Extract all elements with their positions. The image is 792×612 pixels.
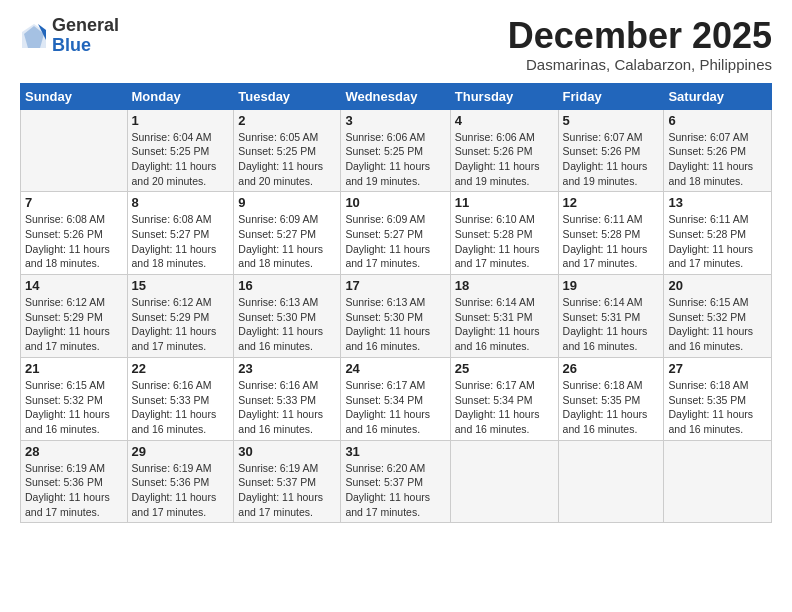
day-info: Sunrise: 6:11 AM Sunset: 5:28 PM Dayligh… [563, 212, 660, 271]
title-area: December 2025 Dasmarinas, Calabarzon, Ph… [508, 16, 772, 73]
day-info: Sunrise: 6:15 AM Sunset: 5:32 PM Dayligh… [668, 295, 767, 354]
day-cell: 17Sunrise: 6:13 AM Sunset: 5:30 PM Dayli… [341, 275, 450, 358]
logo-blue-text: Blue [52, 36, 119, 56]
day-number: 14 [25, 278, 123, 293]
month-title: December 2025 [508, 16, 772, 56]
day-number: 7 [25, 195, 123, 210]
day-info: Sunrise: 6:16 AM Sunset: 5:33 PM Dayligh… [132, 378, 230, 437]
day-cell: 31Sunrise: 6:20 AM Sunset: 5:37 PM Dayli… [341, 440, 450, 523]
day-cell: 6Sunrise: 6:07 AM Sunset: 5:26 PM Daylig… [664, 109, 772, 192]
day-number: 3 [345, 113, 445, 128]
day-info: Sunrise: 6:12 AM Sunset: 5:29 PM Dayligh… [132, 295, 230, 354]
day-info: Sunrise: 6:13 AM Sunset: 5:30 PM Dayligh… [345, 295, 445, 354]
day-info: Sunrise: 6:19 AM Sunset: 5:36 PM Dayligh… [132, 461, 230, 520]
day-info: Sunrise: 6:16 AM Sunset: 5:33 PM Dayligh… [238, 378, 336, 437]
day-cell: 9Sunrise: 6:09 AM Sunset: 5:27 PM Daylig… [234, 192, 341, 275]
day-info: Sunrise: 6:13 AM Sunset: 5:30 PM Dayligh… [238, 295, 336, 354]
day-number: 18 [455, 278, 554, 293]
day-number: 13 [668, 195, 767, 210]
day-cell: 27Sunrise: 6:18 AM Sunset: 5:35 PM Dayli… [664, 357, 772, 440]
day-info: Sunrise: 6:17 AM Sunset: 5:34 PM Dayligh… [455, 378, 554, 437]
day-cell [558, 440, 664, 523]
day-number: 6 [668, 113, 767, 128]
day-info: Sunrise: 6:18 AM Sunset: 5:35 PM Dayligh… [563, 378, 660, 437]
location-text: Dasmarinas, Calabarzon, Philippines [508, 56, 772, 73]
header-row: SundayMondayTuesdayWednesdayThursdayFrid… [21, 83, 772, 109]
header-cell-wednesday: Wednesday [341, 83, 450, 109]
header-cell-thursday: Thursday [450, 83, 558, 109]
day-cell: 28Sunrise: 6:19 AM Sunset: 5:36 PM Dayli… [21, 440, 128, 523]
day-cell: 2Sunrise: 6:05 AM Sunset: 5:25 PM Daylig… [234, 109, 341, 192]
day-number: 5 [563, 113, 660, 128]
calendar-table: SundayMondayTuesdayWednesdayThursdayFrid… [20, 83, 772, 524]
day-cell: 12Sunrise: 6:11 AM Sunset: 5:28 PM Dayli… [558, 192, 664, 275]
day-cell [664, 440, 772, 523]
header-cell-sunday: Sunday [21, 83, 128, 109]
day-number: 21 [25, 361, 123, 376]
day-number: 9 [238, 195, 336, 210]
header-cell-friday: Friday [558, 83, 664, 109]
week-row-3: 21Sunrise: 6:15 AM Sunset: 5:32 PM Dayli… [21, 357, 772, 440]
day-number: 23 [238, 361, 336, 376]
day-info: Sunrise: 6:17 AM Sunset: 5:34 PM Dayligh… [345, 378, 445, 437]
calendar-header: SundayMondayTuesdayWednesdayThursdayFrid… [21, 83, 772, 109]
day-number: 16 [238, 278, 336, 293]
day-cell: 3Sunrise: 6:06 AM Sunset: 5:25 PM Daylig… [341, 109, 450, 192]
day-cell: 8Sunrise: 6:08 AM Sunset: 5:27 PM Daylig… [127, 192, 234, 275]
day-number: 17 [345, 278, 445, 293]
day-info: Sunrise: 6:19 AM Sunset: 5:37 PM Dayligh… [238, 461, 336, 520]
day-number: 2 [238, 113, 336, 128]
day-cell: 26Sunrise: 6:18 AM Sunset: 5:35 PM Dayli… [558, 357, 664, 440]
day-cell: 5Sunrise: 6:07 AM Sunset: 5:26 PM Daylig… [558, 109, 664, 192]
day-info: Sunrise: 6:09 AM Sunset: 5:27 PM Dayligh… [238, 212, 336, 271]
day-cell: 14Sunrise: 6:12 AM Sunset: 5:29 PM Dayli… [21, 275, 128, 358]
day-number: 19 [563, 278, 660, 293]
day-cell: 4Sunrise: 6:06 AM Sunset: 5:26 PM Daylig… [450, 109, 558, 192]
day-number: 24 [345, 361, 445, 376]
day-cell: 7Sunrise: 6:08 AM Sunset: 5:26 PM Daylig… [21, 192, 128, 275]
day-info: Sunrise: 6:08 AM Sunset: 5:27 PM Dayligh… [132, 212, 230, 271]
day-number: 27 [668, 361, 767, 376]
day-cell: 21Sunrise: 6:15 AM Sunset: 5:32 PM Dayli… [21, 357, 128, 440]
day-info: Sunrise: 6:05 AM Sunset: 5:25 PM Dayligh… [238, 130, 336, 189]
header-cell-saturday: Saturday [664, 83, 772, 109]
day-number: 28 [25, 444, 123, 459]
day-number: 25 [455, 361, 554, 376]
day-number: 8 [132, 195, 230, 210]
day-info: Sunrise: 6:08 AM Sunset: 5:26 PM Dayligh… [25, 212, 123, 271]
day-cell: 18Sunrise: 6:14 AM Sunset: 5:31 PM Dayli… [450, 275, 558, 358]
day-info: Sunrise: 6:14 AM Sunset: 5:31 PM Dayligh… [455, 295, 554, 354]
day-cell: 29Sunrise: 6:19 AM Sunset: 5:36 PM Dayli… [127, 440, 234, 523]
day-number: 1 [132, 113, 230, 128]
week-row-1: 7Sunrise: 6:08 AM Sunset: 5:26 PM Daylig… [21, 192, 772, 275]
day-info: Sunrise: 6:09 AM Sunset: 5:27 PM Dayligh… [345, 212, 445, 271]
week-row-4: 28Sunrise: 6:19 AM Sunset: 5:36 PM Dayli… [21, 440, 772, 523]
day-info: Sunrise: 6:20 AM Sunset: 5:37 PM Dayligh… [345, 461, 445, 520]
day-cell: 1Sunrise: 6:04 AM Sunset: 5:25 PM Daylig… [127, 109, 234, 192]
day-number: 30 [238, 444, 336, 459]
day-number: 15 [132, 278, 230, 293]
day-cell: 23Sunrise: 6:16 AM Sunset: 5:33 PM Dayli… [234, 357, 341, 440]
week-row-2: 14Sunrise: 6:12 AM Sunset: 5:29 PM Dayli… [21, 275, 772, 358]
logo-icon [20, 22, 48, 50]
day-cell: 25Sunrise: 6:17 AM Sunset: 5:34 PM Dayli… [450, 357, 558, 440]
day-info: Sunrise: 6:06 AM Sunset: 5:25 PM Dayligh… [345, 130, 445, 189]
day-cell: 11Sunrise: 6:10 AM Sunset: 5:28 PM Dayli… [450, 192, 558, 275]
day-number: 20 [668, 278, 767, 293]
day-info: Sunrise: 6:15 AM Sunset: 5:32 PM Dayligh… [25, 378, 123, 437]
day-info: Sunrise: 6:14 AM Sunset: 5:31 PM Dayligh… [563, 295, 660, 354]
logo-general-text: General [52, 16, 119, 36]
week-row-0: 1Sunrise: 6:04 AM Sunset: 5:25 PM Daylig… [21, 109, 772, 192]
day-cell: 16Sunrise: 6:13 AM Sunset: 5:30 PM Dayli… [234, 275, 341, 358]
day-info: Sunrise: 6:10 AM Sunset: 5:28 PM Dayligh… [455, 212, 554, 271]
day-cell: 30Sunrise: 6:19 AM Sunset: 5:37 PM Dayli… [234, 440, 341, 523]
header-cell-monday: Monday [127, 83, 234, 109]
day-number: 31 [345, 444, 445, 459]
day-info: Sunrise: 6:07 AM Sunset: 5:26 PM Dayligh… [563, 130, 660, 189]
day-info: Sunrise: 6:07 AM Sunset: 5:26 PM Dayligh… [668, 130, 767, 189]
day-info: Sunrise: 6:18 AM Sunset: 5:35 PM Dayligh… [668, 378, 767, 437]
day-info: Sunrise: 6:12 AM Sunset: 5:29 PM Dayligh… [25, 295, 123, 354]
header-cell-tuesday: Tuesday [234, 83, 341, 109]
day-cell: 13Sunrise: 6:11 AM Sunset: 5:28 PM Dayli… [664, 192, 772, 275]
calendar-body: 1Sunrise: 6:04 AM Sunset: 5:25 PM Daylig… [21, 109, 772, 523]
